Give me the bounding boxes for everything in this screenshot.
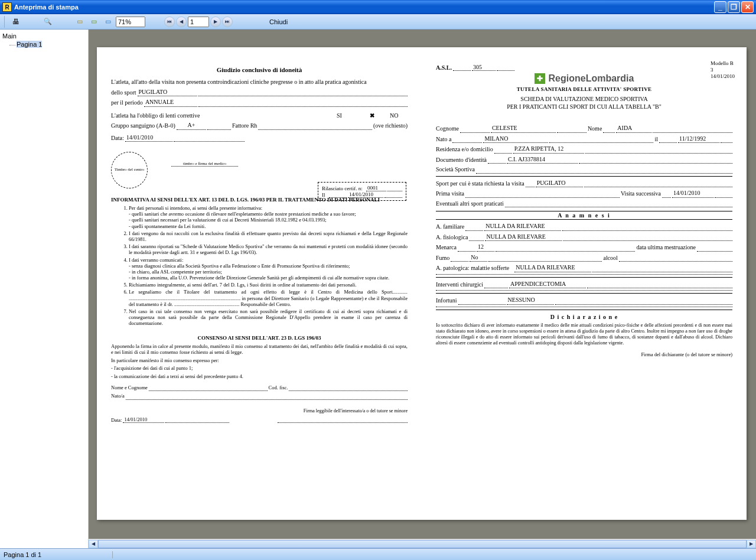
stamp-placeholder: Timbro del centro (111, 152, 148, 188)
view-onepage-button[interactable] (73, 15, 86, 28)
scroll-left-button[interactable]: ◀ (89, 540, 98, 548)
giudizio-title: Giudizio conclusivo di idoneità (111, 66, 408, 73)
tree-page-1[interactable]: Pagina 1 (2, 40, 86, 48)
window-title: Anteprima di stampa (14, 4, 79, 11)
page-1: Giudizio conclusivo di idoneità L'atleta… (97, 47, 747, 520)
maximize-button[interactable]: ❐ (728, 1, 740, 13)
status-page: Pagina 1 di 1 (4, 551, 113, 558)
modello-box: Modello B 3 14/01/2010 (711, 60, 735, 79)
page-tree: Main Pagina 1 (0, 30, 89, 548)
view-facing-button[interactable] (87, 15, 100, 28)
prev-page-button[interactable]: ◀ (176, 17, 187, 27)
brand: ✚ RegioneLombardia (436, 73, 732, 84)
scroll-right-button[interactable]: ▶ (747, 540, 756, 548)
toolbar: ⏮ ◀ ▶ ⏭ Chiudi (0, 14, 756, 30)
scroll-thumb[interactable] (98, 540, 747, 548)
page-number-input[interactable] (188, 17, 209, 27)
x-mark-icon: ✖ (354, 112, 390, 120)
first-page-button[interactable]: ⏮ (164, 17, 175, 27)
close-preview-button[interactable]: Chiudi (263, 17, 294, 27)
view-continuous-button[interactable] (102, 15, 115, 28)
print-button[interactable] (9, 15, 22, 28)
preview-viewport: Giudizio conclusivo di idoneità L'atleta… (89, 30, 756, 548)
close-button[interactable]: ✕ (741, 1, 754, 13)
zoom-input[interactable] (116, 17, 145, 27)
brand-icon: ✚ (535, 73, 545, 84)
last-page-button[interactable]: ⏭ (222, 17, 233, 27)
next-page-button[interactable]: ▶ (210, 17, 221, 27)
cert-box: Rilasciato certif. n: 0001 Il 14/01/2010 (318, 182, 406, 201)
grip (4, 16, 6, 28)
horizontal-scrollbar[interactable]: ◀ ▶ (89, 539, 756, 548)
titlebar: R Anteprima di stampa _ ❐ ✕ (0, 0, 756, 14)
app-icon: R (2, 2, 12, 12)
statusbar: Pagina 1 di 1 (0, 548, 756, 560)
minimize-button[interactable]: _ (714, 1, 726, 13)
tree-root[interactable]: Main (2, 32, 86, 40)
find-button[interactable] (41, 15, 54, 28)
